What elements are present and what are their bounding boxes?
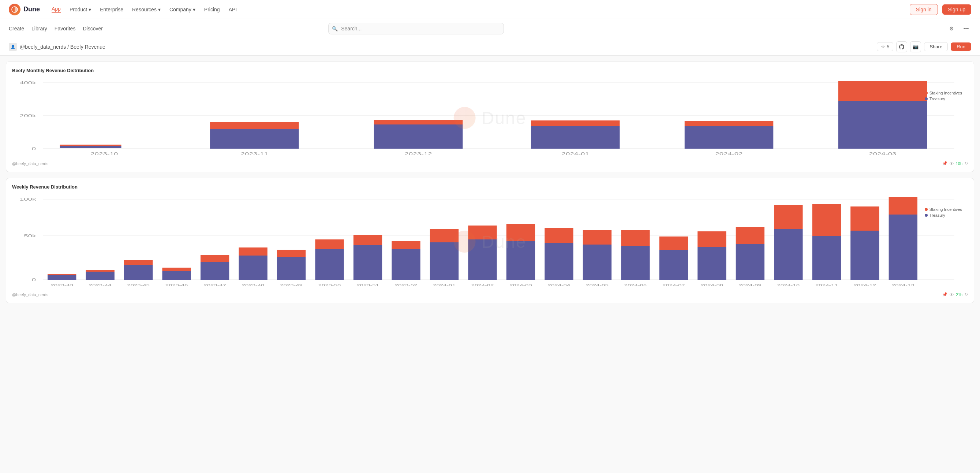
weekly-view-icon[interactable]: 👁 xyxy=(950,293,954,297)
nav-product[interactable]: Product ▾ xyxy=(70,6,91,13)
svg-text:2024-02: 2024-02 xyxy=(471,283,494,287)
svg-rect-42 xyxy=(239,247,267,256)
monthly-chart-title: Beefy Monthly Revenue Distribution xyxy=(12,68,968,73)
nav-pricing[interactable]: Pricing xyxy=(204,6,220,13)
monthly-meta: 📌 👁 10h ↻ xyxy=(942,161,968,166)
star-button[interactable]: ☆ 5 xyxy=(877,42,893,51)
monthly-chart-panel: Beefy Monthly Revenue Distribution Dune … xyxy=(6,62,974,172)
svg-rect-51 xyxy=(430,242,458,280)
svg-rect-41 xyxy=(239,256,267,280)
nav-company[interactable]: Company ▾ xyxy=(169,6,196,13)
svg-text:2024-03: 2024-03 xyxy=(869,151,896,156)
svg-rect-9 xyxy=(210,129,299,149)
pin-icon[interactable]: 📌 xyxy=(942,161,947,166)
svg-rect-69 xyxy=(774,229,802,280)
svg-rect-54 xyxy=(468,226,496,239)
nav-app[interactable]: App xyxy=(52,6,61,13)
svg-text:2024-06: 2024-06 xyxy=(624,283,647,287)
logo[interactable]: Dune xyxy=(9,4,40,15)
svg-text:2024-08: 2024-08 xyxy=(701,283,724,287)
svg-text:2024-13: 2024-13 xyxy=(892,283,915,287)
weekly-pin-icon[interactable]: 📌 xyxy=(942,292,947,297)
weekly-chart-legend: Staking Incentives Treasury xyxy=(925,207,962,217)
user-icon: 👤 xyxy=(9,43,17,51)
svg-text:200k: 200k xyxy=(20,113,36,118)
svg-rect-44 xyxy=(277,250,305,257)
toolbar-discover[interactable]: Discover xyxy=(83,25,102,32)
legend-treasury: Treasury xyxy=(925,97,962,101)
svg-rect-12 xyxy=(374,120,463,124)
sign-in-button[interactable]: Sign in xyxy=(910,4,938,15)
svg-rect-70 xyxy=(774,205,802,229)
weekly-legend-staking: Staking Incentives xyxy=(925,207,962,212)
view-icon[interactable]: 👁 xyxy=(950,161,954,166)
svg-rect-65 xyxy=(697,247,726,280)
svg-rect-37 xyxy=(162,271,191,280)
settings-icon[interactable]: ⚙ xyxy=(947,24,956,34)
weekly-time: 21h xyxy=(956,293,963,297)
monthly-credit: @beefy_data_nerds xyxy=(12,161,48,166)
svg-rect-39 xyxy=(200,262,229,280)
treasury-label: Treasury xyxy=(929,97,945,101)
svg-text:2023-46: 2023-46 xyxy=(165,283,188,287)
sign-up-button[interactable]: Sign up xyxy=(942,5,971,14)
svg-text:0: 0 xyxy=(32,147,36,151)
svg-text:2023-48: 2023-48 xyxy=(242,283,264,287)
svg-rect-61 xyxy=(621,246,649,280)
svg-text:100k: 100k xyxy=(20,197,36,201)
svg-rect-60 xyxy=(583,230,611,245)
nav-api[interactable]: API xyxy=(229,6,237,13)
svg-rect-16 xyxy=(685,121,773,126)
svg-rect-72 xyxy=(812,204,841,236)
camera-icon-button[interactable]: 📷 xyxy=(910,41,921,53)
monthly-chart-svg: 400k 200k 0 xyxy=(12,78,968,158)
svg-rect-47 xyxy=(353,245,382,280)
toolbar-create[interactable]: Create xyxy=(9,25,24,32)
logo-icon xyxy=(9,4,21,15)
github-icon-button[interactable] xyxy=(896,41,907,53)
svg-rect-50 xyxy=(391,241,420,249)
legend-staking-incentives: Staking Incentives xyxy=(925,91,962,95)
toolbar-favorites[interactable]: Favorites xyxy=(54,25,76,32)
svg-rect-56 xyxy=(506,224,535,241)
svg-rect-73 xyxy=(850,231,879,280)
nav-right: Sign in Sign up xyxy=(910,4,971,15)
svg-rect-63 xyxy=(659,250,688,280)
staking-label: Staking Incentives xyxy=(929,91,962,95)
svg-text:2023-12: 2023-12 xyxy=(404,151,432,156)
svg-rect-57 xyxy=(544,243,573,280)
breadcrumb: @beefy_data_nerds / Beefy Revenue xyxy=(20,44,105,50)
svg-rect-53 xyxy=(468,239,496,280)
run-button[interactable]: Run xyxy=(951,43,971,51)
weekly-refresh-icon[interactable]: ↻ xyxy=(965,292,968,297)
search-icon: 🔍 xyxy=(332,25,338,31)
svg-text:2023-52: 2023-52 xyxy=(395,283,418,287)
svg-rect-68 xyxy=(736,227,764,244)
weekly-chart-svg: 100k 50k 0 xyxy=(12,194,968,289)
svg-rect-15 xyxy=(685,126,773,149)
weekly-chart-footer: @beefy_data_nerds 📌 👁 21h ↻ xyxy=(12,292,968,297)
more-icon[interactable]: ••• xyxy=(961,24,971,34)
share-button[interactable]: Share xyxy=(924,42,948,51)
svg-text:2024-11: 2024-11 xyxy=(815,283,838,287)
svg-text:2024-02: 2024-02 xyxy=(715,151,743,156)
search-input[interactable] xyxy=(328,23,504,34)
svg-rect-11 xyxy=(374,124,463,149)
nav-links: App Product ▾ Enterprise Resources ▾ Com… xyxy=(52,6,898,13)
svg-rect-74 xyxy=(850,207,879,231)
svg-text:400k: 400k xyxy=(20,81,36,85)
search-container: 🔍 xyxy=(328,23,504,34)
toolbar-library[interactable]: Library xyxy=(32,25,47,32)
svg-text:2023-51: 2023-51 xyxy=(356,283,379,287)
nav-enterprise[interactable]: Enterprise xyxy=(100,6,123,13)
svg-rect-31 xyxy=(48,275,76,280)
svg-rect-18 xyxy=(838,81,927,101)
svg-rect-59 xyxy=(583,245,611,280)
svg-rect-48 xyxy=(353,235,382,245)
svg-text:2024-01: 2024-01 xyxy=(433,283,456,287)
nav-resources[interactable]: Resources ▾ xyxy=(132,6,161,13)
refresh-icon[interactable]: ↻ xyxy=(965,161,968,166)
svg-rect-75 xyxy=(889,215,918,280)
svg-rect-64 xyxy=(659,237,688,250)
svg-text:2023-49: 2023-49 xyxy=(280,283,303,287)
